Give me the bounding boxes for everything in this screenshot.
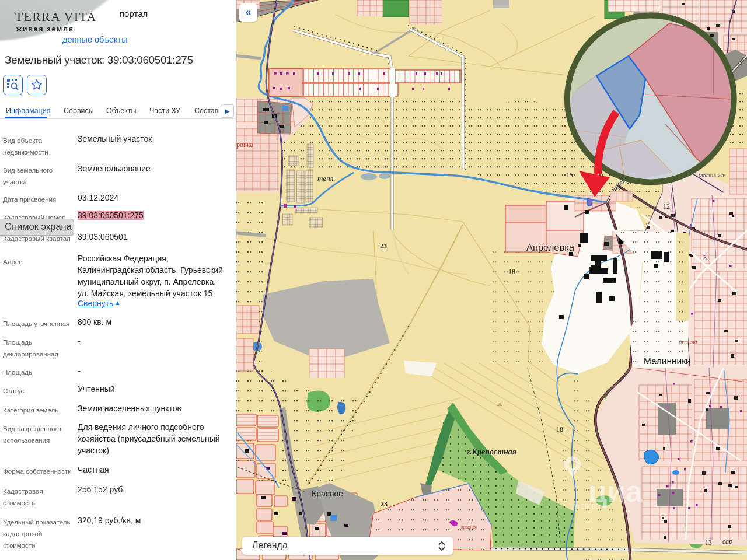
svg-text:са р.: са р. <box>612 184 623 191</box>
svg-text:3: 3 <box>703 254 707 262</box>
svg-text:Малинники: Малинники <box>699 173 726 178</box>
svg-text:г.Крепостная: г.Крепостная <box>467 447 516 456</box>
svg-text:15: 15 <box>566 171 573 179</box>
svg-text:ровка: ровка <box>236 141 253 149</box>
svg-text:дет.сад: дет.сад <box>679 339 697 345</box>
svg-text:Апрелевка: Апрелевка <box>526 242 575 253</box>
svg-text:18: 18 <box>508 268 515 276</box>
svg-text:23: 23 <box>380 242 387 250</box>
svg-text:Красное: Красное <box>312 489 343 498</box>
svg-text:13: 13 <box>705 538 712 547</box>
svg-text:23: 23 <box>381 500 388 508</box>
svg-text:18: 18 <box>556 425 563 433</box>
svg-text:12: 12 <box>663 202 670 211</box>
svg-text:in 2565014: in 2565014 <box>574 503 606 510</box>
svg-text:20: 20 <box>497 401 503 407</box>
svg-text:сар: сар <box>722 537 732 545</box>
svg-text:Малинники: Малинники <box>644 356 691 366</box>
svg-text:Красная: Красная <box>461 525 477 530</box>
svg-text:тепл.: тепл. <box>317 174 336 183</box>
